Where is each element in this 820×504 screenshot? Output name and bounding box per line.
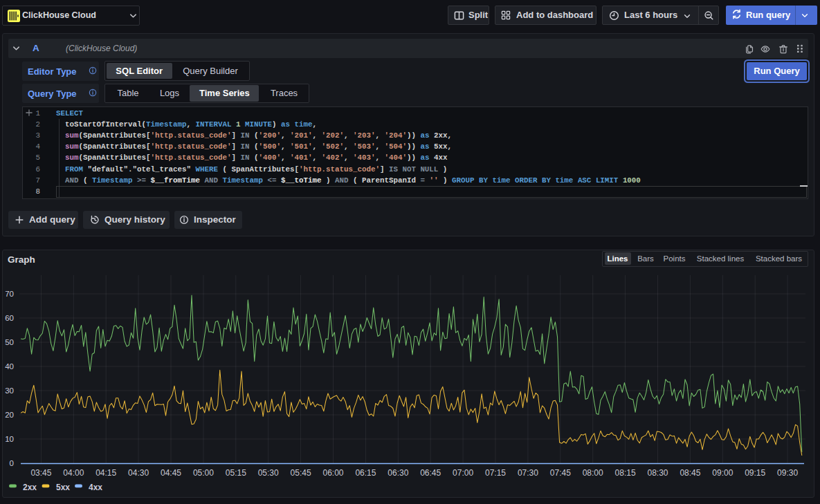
svg-text:30: 30 bbox=[5, 386, 14, 395]
svg-text:0: 0 bbox=[10, 459, 14, 467]
svg-text:70: 70 bbox=[5, 290, 14, 298]
svg-text:04:30: 04:30 bbox=[128, 468, 149, 478]
svg-text:09:30: 09:30 bbox=[777, 468, 798, 478]
svg-text:04:45: 04:45 bbox=[161, 468, 181, 478]
svg-text:08:00: 08:00 bbox=[583, 468, 603, 478]
svg-text:07:45: 07:45 bbox=[550, 468, 571, 478]
svg-text:50: 50 bbox=[5, 338, 14, 346]
svg-text:04:00: 04:00 bbox=[63, 468, 84, 478]
svg-text:06:30: 06:30 bbox=[388, 468, 408, 478]
svg-text:08:30: 08:30 bbox=[647, 468, 668, 478]
svg-text:09:15: 09:15 bbox=[745, 468, 765, 478]
svg-text:06:15: 06:15 bbox=[355, 468, 376, 478]
svg-text:5xx: 5xx bbox=[56, 483, 70, 492]
svg-text:60: 60 bbox=[5, 314, 14, 322]
svg-text:07:00: 07:00 bbox=[453, 468, 473, 478]
svg-text:04:15: 04:15 bbox=[95, 468, 116, 478]
svg-text:40: 40 bbox=[5, 362, 14, 371]
svg-text:05:00: 05:00 bbox=[193, 468, 214, 478]
svg-text:08:45: 08:45 bbox=[680, 468, 700, 478]
svg-text:06:00: 06:00 bbox=[322, 468, 343, 478]
svg-text:20: 20 bbox=[5, 411, 14, 419]
svg-text:03:45: 03:45 bbox=[30, 468, 51, 478]
svg-text:05:45: 05:45 bbox=[291, 468, 311, 478]
svg-text:08:15: 08:15 bbox=[615, 468, 636, 478]
svg-text:07:30: 07:30 bbox=[518, 468, 538, 478]
svg-text:09:00: 09:00 bbox=[712, 468, 733, 478]
svg-text:2xx: 2xx bbox=[23, 483, 37, 492]
svg-text:05:30: 05:30 bbox=[258, 468, 279, 478]
svg-text:05:15: 05:15 bbox=[226, 468, 246, 478]
svg-text:4xx: 4xx bbox=[89, 483, 102, 492]
svg-text:10: 10 bbox=[5, 435, 14, 443]
svg-text:06:45: 06:45 bbox=[420, 468, 441, 478]
svg-text:07:15: 07:15 bbox=[485, 468, 506, 478]
